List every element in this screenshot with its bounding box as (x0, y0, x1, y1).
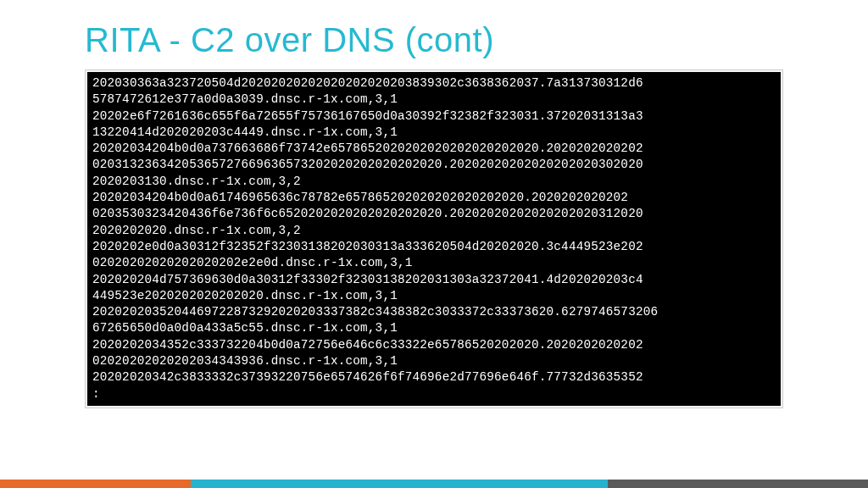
terminal-output: 202030363a323720504d20202020202020202020… (87, 72, 781, 406)
footer-bar-segment-teal (191, 480, 608, 488)
slide: RITA - C2 over DNS (cont) 202030363a3237… (0, 0, 868, 488)
slide-title: RITA - C2 over DNS (cont) (0, 0, 868, 69)
footer-bar-segment-gray (608, 480, 868, 488)
footer-accent-bar (0, 480, 868, 488)
terminal-container: 202030363a323720504d20202020202020202020… (85, 69, 783, 408)
footer-bar-segment-orange (0, 480, 191, 488)
